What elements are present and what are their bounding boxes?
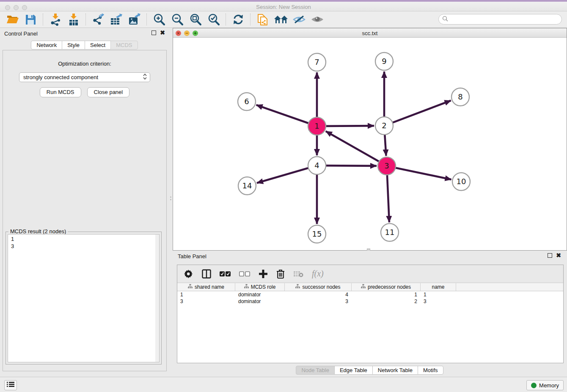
close-panel-icon[interactable]: ✖ [160, 30, 165, 35]
export-table-button[interactable] [107, 12, 125, 27]
import-network-icon [50, 13, 61, 26]
tab-motifs[interactable]: Motifs [418, 366, 443, 375]
table-panel-header: Table Panel ✖ [173, 251, 567, 262]
edge-3-10[interactable] [395, 168, 451, 179]
duplicate-network-icon [257, 13, 269, 26]
home-overview-button[interactable] [272, 12, 290, 27]
edge-2-8[interactable] [392, 100, 451, 123]
node-1[interactable]: 1 [308, 117, 326, 135]
float-panel-icon[interactable] [151, 30, 156, 35]
table-panel: Table Panel ✖ f(x) shared nameMCDS roles… [173, 251, 567, 377]
result-scrollbar[interactable] [155, 235, 159, 362]
edge-3-1[interactable] [326, 131, 380, 162]
table-cell: dominator [235, 298, 285, 304]
node-2[interactable]: 2 [375, 117, 393, 135]
network-canvas[interactable]: 7968124314101511 [173, 38, 567, 250]
network-window-titlebar[interactable]: scc.txt [173, 28, 567, 38]
close-table-panel-icon[interactable]: ✖ [556, 253, 561, 258]
delete-column-trash-icon[interactable] [276, 269, 285, 279]
svg-text:4: 4 [314, 161, 319, 170]
zoom-in-button[interactable] [150, 12, 168, 27]
node-7[interactable]: 7 [308, 53, 326, 71]
open-session-button[interactable] [3, 12, 22, 27]
node-11[interactable]: 11 [381, 224, 399, 241]
table-row[interactable]: 3dominator323 [177, 298, 563, 305]
tab-select[interactable]: Select [85, 41, 111, 50]
export-network-button[interactable] [89, 12, 107, 27]
task-history-button[interactable] [4, 380, 17, 390]
deselect-all-checkboxes-icon[interactable] [239, 271, 250, 277]
table-row[interactable]: 1dominator411 [177, 291, 563, 298]
save-floppy-icon [25, 14, 36, 25]
svg-text:8: 8 [458, 92, 462, 101]
add-column-plus-icon[interactable] [259, 269, 268, 279]
mcds-result-list[interactable]: 13 [8, 234, 160, 362]
tab-network-table[interactable]: Network Table [372, 366, 418, 375]
toolbar-separator [250, 14, 250, 25]
criterion-select[interactable]: strongly connected component [19, 72, 150, 82]
hide-view-button[interactable] [290, 12, 308, 27]
edge-4-14[interactable] [257, 168, 309, 183]
refresh-layout-button[interactable] [229, 12, 247, 27]
memory-label: Memory [539, 382, 559, 389]
tab-edge-table[interactable]: Edge Table [334, 366, 373, 375]
control-panel-title: Control Panel [4, 30, 38, 37]
node-9[interactable]: 9 [375, 52, 393, 70]
tab-network[interactable]: Network [31, 41, 62, 50]
node-3[interactable]: 3 [378, 157, 396, 175]
run-mcds-button[interactable]: Run MCDS [40, 87, 81, 97]
save-session-button[interactable] [22, 12, 40, 27]
memory-status-icon [531, 383, 537, 388]
open-folder-icon [6, 14, 19, 25]
node-4[interactable]: 4 [308, 157, 326, 174]
column-header-successor-nodes[interactable]: successor nodes [285, 283, 352, 291]
zoom-out-button[interactable] [168, 12, 186, 27]
node-8[interactable]: 8 [451, 88, 469, 106]
control-panel-tabs: Network Style Select MCDS [0, 41, 169, 50]
function-builder-icon[interactable]: f(x) [312, 269, 324, 279]
import-network-button[interactable] [46, 12, 64, 27]
tab-node-table[interactable]: Node Table [296, 366, 335, 375]
column-header-shared-name[interactable]: shared name [177, 283, 235, 291]
tab-mcds[interactable]: MCDS [110, 41, 138, 50]
close-panel-button[interactable]: Close panel [87, 87, 130, 97]
panel-splitter-handle[interactable] [170, 196, 172, 202]
delete-table-icon[interactable] [293, 271, 303, 277]
edge-2-3[interactable] [385, 134, 386, 156]
node-6[interactable]: 6 [238, 93, 256, 110]
edge-3-11[interactable] [387, 174, 389, 222]
svg-text:15: 15 [312, 229, 322, 238]
duplicate-network-button[interactable] [253, 12, 272, 27]
refresh-icon [232, 14, 244, 25]
export-image-icon [128, 13, 141, 26]
node-15[interactable]: 15 [308, 225, 326, 243]
memory-button[interactable]: Memory [526, 380, 564, 390]
export-image-button[interactable] [125, 12, 143, 27]
table-settings-gear-icon[interactable] [184, 269, 193, 279]
status-bar: Memory [0, 377, 567, 392]
result-line: 3 [11, 243, 159, 250]
edge-4-3[interactable] [325, 166, 377, 166]
column-header-name[interactable]: name [421, 283, 456, 291]
import-table-button[interactable] [64, 12, 83, 27]
zoom-fit-button[interactable] [186, 12, 204, 27]
table-rows: 1dominator4113dominator323 [177, 291, 563, 305]
node-14[interactable]: 14 [238, 177, 256, 195]
column-header-predecessor-nodes[interactable]: predecessor nodes [352, 283, 421, 291]
tab-style[interactable]: Style [62, 41, 85, 50]
edge-1-2[interactable] [325, 126, 374, 126]
select-all-checkboxes-icon[interactable] [220, 271, 231, 277]
zoom-selected-button[interactable] [204, 12, 223, 27]
node-10[interactable]: 10 [452, 173, 470, 190]
svg-text:1: 1 [314, 121, 319, 130]
edge-1-6[interactable] [256, 105, 309, 124]
split-columns-icon[interactable] [202, 269, 211, 279]
float-table-panel-icon[interactable] [548, 253, 552, 258]
network-title: scc.txt [173, 30, 567, 36]
search-input[interactable] [450, 15, 561, 24]
column-header-MCDS-role[interactable]: MCDS role [235, 283, 285, 291]
search-box[interactable] [438, 14, 562, 25]
show-view-button[interactable] [308, 12, 326, 27]
result-line: 1 [11, 235, 159, 243]
table-header-row[interactable]: shared nameMCDS rolesuccessor nodesprede… [177, 283, 563, 291]
